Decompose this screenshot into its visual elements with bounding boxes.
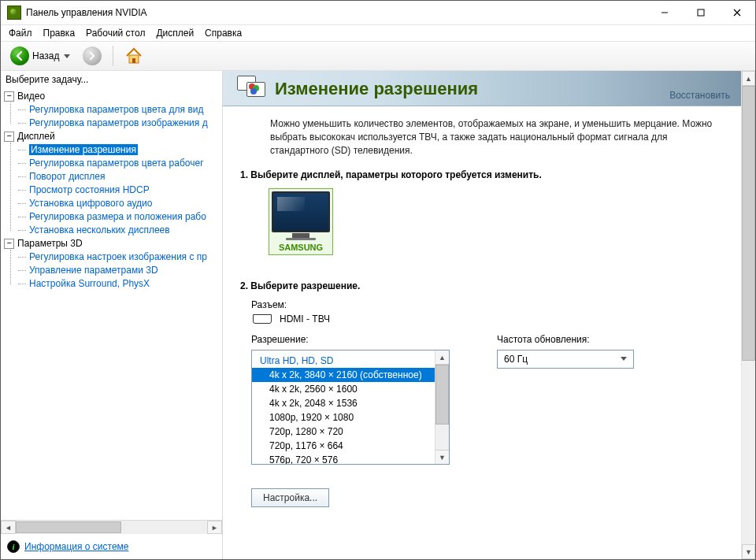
main-vscrollbar[interactable]: ▲ ▼ (741, 71, 755, 559)
tree-item: Установка нескольких дисплеев (18, 224, 222, 237)
resolution-option[interactable]: 720p, 1280 × 720 (252, 425, 435, 439)
resolution-items: Ultra HD, HD, SD 4k x 2k, 3840 × 2160 (с… (252, 350, 435, 464)
task-tree[interactable]: −Видео Регулировка параметров цвета для … (1, 88, 222, 520)
tree-item: Установка цифрового аудио (18, 197, 222, 210)
arrow-left-icon (10, 46, 29, 65)
link-desktop-color[interactable]: Регулировка параметров цвета рабочег (29, 158, 204, 169)
collapse-icon[interactable]: − (4, 239, 14, 249)
window-buttons (647, 1, 755, 24)
resolution-option[interactable]: 1080p, 1920 × 1080 (252, 410, 435, 425)
tree-item: Регулировка параметров цвета рабочег (18, 157, 222, 170)
link-digital-audio[interactable]: Установка цифрового аудио (29, 198, 152, 209)
link-change-resolution[interactable]: Изменение разрешения (29, 144, 138, 155)
minimize-button[interactable] (647, 1, 683, 24)
page-description: Можно уменьшить количество элементов, от… (223, 106, 741, 165)
link-video-color[interactable]: Регулировка параметров цвета для вид (29, 104, 203, 115)
tree-item: Управление параметрами 3D (18, 264, 222, 277)
resolution-option[interactable]: 576p, 720 × 576 (252, 453, 435, 464)
scroll-down-icon[interactable]: ▼ (742, 544, 755, 559)
scroll-thumb[interactable] (742, 86, 755, 361)
menu-help[interactable]: Справка (200, 26, 246, 40)
resolution-listbox[interactable]: Ultra HD, HD, SD 4k x 2k, 3840 × 2160 (с… (251, 350, 450, 465)
chevron-down-icon (617, 357, 630, 362)
monitor-icon (272, 191, 330, 232)
display-name: SAMSUNG (272, 243, 330, 252)
resolution-columns: Разрешение: Ultra HD, HD, SD 4k x 2k, 38… (223, 331, 741, 465)
scroll-track[interactable] (435, 365, 449, 450)
tree-item: Регулировка параметров цвета для вид (18, 103, 222, 117)
tree-group-3d[interactable]: −Параметры 3D (4, 237, 222, 250)
tree-group-display[interactable]: −Дисплей (4, 130, 222, 143)
arrow-right-icon (83, 46, 102, 65)
scroll-thumb[interactable] (16, 521, 121, 533)
link-system-info[interactable]: Информация о системе (24, 541, 128, 552)
resolution-option[interactable]: 4k x 2k, 2560 × 1600 (252, 382, 435, 396)
link-size-position[interactable]: Регулировка размера и положения рабо (29, 211, 206, 222)
close-button[interactable] (719, 1, 755, 24)
resolution-option[interactable]: 4k x 2k, 2048 × 1536 (252, 396, 435, 410)
scroll-up-icon[interactable]: ▲ (742, 71, 755, 86)
link-multiple-displays[interactable]: Установка нескольких дисплеев (29, 224, 170, 235)
back-label: Назад (32, 50, 59, 61)
menu-file[interactable]: Файл (4, 26, 37, 40)
link-manage-3d[interactable]: Управление параметрами 3D (29, 265, 158, 276)
display-selector: SAMSUNG (223, 184, 741, 258)
menu-edit[interactable]: Правка (39, 26, 80, 40)
scroll-right-icon[interactable]: ► (207, 521, 222, 534)
task-sidebar: Выберите задачу... −Видео Регулировка па… (1, 71, 223, 559)
chevron-down-icon (64, 54, 70, 58)
scroll-track[interactable] (742, 86, 755, 544)
link-rotate-display[interactable]: Поворот дисплея (29, 171, 106, 182)
forward-button[interactable] (78, 45, 106, 67)
link-surround-physx[interactable]: Настройка Surround, PhysX (29, 278, 150, 289)
sidebar-header: Выберите задачу... (1, 71, 222, 88)
step2-label: 2. Выберите разрешение. (223, 258, 741, 295)
sidebar-footer: i Информация о системе (1, 534, 222, 559)
restore-link[interactable]: Восстановить (669, 90, 730, 101)
refresh-combobox[interactable]: 60 Гц (497, 350, 634, 369)
scroll-left-icon[interactable]: ◄ (1, 521, 16, 534)
collapse-icon[interactable]: − (4, 132, 14, 142)
resolution-option[interactable]: 4k x 2k, 3840 × 2160 (собственное) (252, 368, 435, 382)
collapse-icon[interactable]: − (4, 91, 14, 102)
resolution-icon (237, 76, 265, 99)
home-icon (124, 46, 143, 65)
titlebar: Панель управления NVIDIA (1, 1, 755, 25)
info-icon: i (7, 540, 20, 553)
menu-desktop[interactable]: Рабочий стол (81, 26, 150, 40)
resolution-option[interactable]: 720p, 1176 × 664 (252, 439, 435, 453)
content: Изменение разрешения Восстановить Можно … (223, 71, 741, 559)
tree-item: Регулировка размера и положения рабо (18, 210, 222, 224)
hdmi-icon (253, 314, 272, 324)
link-hdcp-status[interactable]: Просмотр состояния HDCP (29, 184, 150, 195)
connector-value: HDMI - ТВЧ (280, 313, 330, 325)
menubar: Файл Правка Рабочий стол Дисплей Справка (1, 25, 755, 42)
svg-rect-5 (132, 58, 135, 63)
scroll-track[interactable] (16, 521, 207, 533)
svg-rect-1 (698, 9, 704, 16)
link-3d-image[interactable]: Регулировка настроек изображения с пр (29, 251, 207, 262)
nvidia-control-panel-window: Панель управления NVIDIA Файл Правка Раб… (0, 0, 756, 560)
refresh-value: 60 Гц (504, 354, 528, 365)
scroll-up-icon[interactable]: ▲ (435, 350, 449, 365)
page-header: Изменение разрешения Восстановить (223, 71, 741, 106)
scroll-thumb[interactable] (435, 365, 449, 425)
sidebar-hscrollbar[interactable]: ◄ ► (1, 520, 222, 534)
back-button[interactable]: Назад (6, 45, 75, 67)
customize-button[interactable]: Настройка... (251, 488, 329, 507)
scroll-down-icon[interactable]: ▼ (435, 450, 449, 464)
connector-row: Разъем: HDMI - ТВЧ (223, 295, 741, 331)
nvidia-icon (7, 6, 21, 20)
resolution-label: Разрешение: (251, 334, 450, 345)
home-button[interactable] (120, 45, 148, 67)
tree-item: Просмотр состояния HDCP (18, 184, 222, 197)
tree-group-video[interactable]: −Видео (4, 90, 222, 103)
resolution-col: Разрешение: Ultra HD, HD, SD 4k x 2k, 38… (251, 334, 450, 465)
link-video-image[interactable]: Регулировка параметров изображения д (29, 117, 208, 128)
listbox-vscrollbar[interactable]: ▲ ▼ (435, 350, 449, 464)
toolbar: Назад (1, 42, 755, 71)
refresh-label: Частота обновления: (497, 334, 634, 345)
maximize-button[interactable] (683, 1, 719, 24)
menu-display[interactable]: Дисплей (151, 26, 198, 40)
display-thumb[interactable]: SAMSUNG (269, 188, 333, 255)
